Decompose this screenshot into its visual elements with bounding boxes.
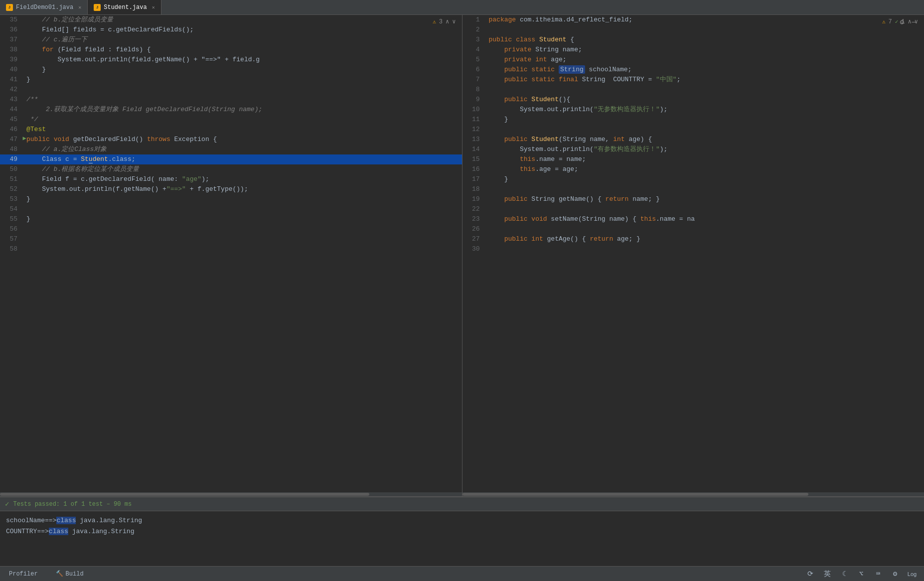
status-log-btn[interactable]: Log (905, 567, 919, 581)
table-row: 50 // b.根据名称定位某个成员变量 (0, 164, 462, 174)
line-content-51: Field f = c.getDeclaredField( name: "age… (26, 174, 462, 184)
line-num-57: 57 (0, 234, 22, 244)
status-refresh-btn[interactable]: ⟳ (803, 567, 817, 581)
bottom-toolbar: ✓ Tests passed: 1 of 1 test – 90 ms (0, 497, 924, 511)
test-result-label: Tests passed: 1 of 1 test – 90 ms (13, 501, 132, 508)
line-content-r11: } (489, 115, 924, 125)
line-content-49: Class c = Student.class; (26, 154, 462, 164)
table-row: 51 Field f = c.getDeclaredField( name: "… (0, 174, 462, 184)
left-code-panel: ⚠ 3 ∧ ∨ 35 // b.定位全部成员变量 36 Field[] fiel… (0, 15, 462, 496)
test-pass-icon: ✓ (5, 500, 9, 508)
line-content-r9: public Student(){ (489, 95, 924, 105)
line-num-36: 36 (0, 25, 22, 35)
status-tab-build[interactable]: 🔨 Build (52, 567, 88, 581)
line-num-r26: 26 (462, 224, 485, 234)
line-num-r14: 14 (462, 145, 485, 154)
table-row: 13 public Student(String name, int age) … (462, 135, 924, 145)
line-num-39: 39 (0, 55, 22, 65)
table-row: 19 public String getName() { return name… (462, 194, 924, 204)
tab-fielddemo-close[interactable]: ✕ (78, 4, 81, 10)
left-scroll-area[interactable]: 35 // b.定位全部成员变量 36 Field[] fields = c.g… (0, 15, 462, 254)
line-num-r27: 27 (462, 234, 485, 244)
table-row: 38 for (Field field : fields) { (0, 45, 462, 55)
line-num-41: 41 (0, 75, 22, 85)
line-num-35: 35 (0, 15, 22, 25)
line-content-r3: public class Student { (489, 35, 924, 45)
table-row: 47 ▶ public void getDeclaredField() thro… (0, 135, 462, 145)
line-num-r9: 9 (462, 95, 485, 105)
output-text-1: schoolName==> (6, 517, 56, 524)
line-content-44: 2.获取某个成员变量对象 Field getDeclaredField(Stri… (26, 105, 462, 115)
status-settings-btn[interactable]: ⚙ (888, 567, 902, 581)
line-content-r13: public Student(String name, int age) { (489, 135, 924, 145)
table-row: 57 (0, 234, 462, 244)
table-row: 17 } (462, 174, 924, 184)
line-num-r15: 15 (462, 154, 485, 164)
table-row: 45 */ (0, 115, 462, 125)
left-nav-up[interactable]: ∧ (446, 18, 449, 25)
output-type-2: java.lang.String (68, 528, 135, 535)
right-scroll-area[interactable]: 1 package com.itheima.d4_reflect_field; … (462, 15, 924, 254)
line-num-r2: 2 (462, 25, 485, 35)
status-moon-btn[interactable]: ☾ (837, 567, 851, 581)
table-row: 26 (462, 224, 924, 234)
line-content-46: @Test (26, 125, 462, 135)
java-file-icon-right: J (94, 4, 101, 11)
line-num-55: 55 (0, 214, 22, 224)
line-num-51: 51 (0, 174, 22, 184)
tab-student-close[interactable]: ✕ (152, 4, 155, 10)
line-content-r6: public static String schoolName; (489, 65, 924, 75)
status-lang-btn[interactable]: 英 (820, 567, 834, 581)
run-icon-47[interactable]: ▶ (22, 135, 26, 143)
table-row: 43 /** (0, 95, 462, 105)
line-num-r30: 30 (462, 244, 485, 254)
gutter-47[interactable]: ▶ (22, 135, 26, 143)
line-content-r19: public String getName() { return name; } (489, 194, 924, 204)
tab-student[interactable]: J Student.java ✕ (88, 0, 161, 14)
line-content-52: System.out.println(f.getName() +"==>" + … (26, 184, 462, 194)
table-row: 6 public static String schoolName; (462, 65, 924, 75)
tab-fielddemo[interactable]: J FieldDemo01.java ✕ (0, 0, 88, 14)
output-type-1: java.lang.String (76, 517, 142, 524)
line-num-56: 56 (0, 224, 22, 234)
status-tab-profiler[interactable]: Profiler (5, 567, 42, 581)
line-num-r12: 12 (462, 125, 485, 135)
right-check-count: 1 (901, 18, 905, 25)
line-content-53: } (26, 194, 462, 204)
line-content-47: public void getDeclaredField() throws Ex… (26, 135, 462, 145)
line-content-r17: } (489, 174, 924, 184)
line-num-42: 42 (0, 85, 22, 95)
line-num-r6: 6 (462, 65, 485, 75)
line-num-r18: 18 (462, 184, 485, 194)
right-nav-down[interactable]: ∨ (915, 18, 918, 25)
line-num-43: 43 (0, 95, 22, 105)
output-area: schoolName==>class java.lang.String COUN… (0, 511, 924, 541)
tab-fielddemo-label: FieldDemo01.java (16, 4, 73, 11)
table-row: 35 // b.定位全部成员变量 (0, 15, 462, 25)
table-row: 2 (462, 25, 924, 35)
output-class-highlight-1: class (56, 517, 76, 524)
status-keyboard-btn[interactable]: ⌨ (871, 567, 885, 581)
line-num-48: 48 (0, 145, 22, 154)
line-num-r16: 16 (462, 164, 485, 174)
build-label: Build (66, 571, 84, 578)
editor-container: ⚠ 3 ∧ ∨ 35 // b.定位全部成员变量 36 Field[] fiel… (0, 15, 924, 496)
line-num-50: 50 (0, 164, 22, 174)
build-icon: 🔨 (56, 570, 63, 578)
line-num-47: 47 (0, 135, 22, 145)
line-content-35: // b.定位全部成员变量 (26, 15, 462, 25)
table-row: 12 (462, 125, 924, 135)
tab-bar: J FieldDemo01.java ✕ J Student.java ✕ (0, 0, 924, 15)
left-warning-count: 3 (439, 18, 443, 25)
table-row: 49 Class c = Student.class; (0, 154, 462, 164)
tab-student-label: Student.java (104, 4, 147, 11)
line-content-55: } (26, 214, 462, 224)
line-content-r7: public static final String COUNTTRY = "中… (489, 75, 924, 85)
line-content-45: */ (26, 115, 462, 125)
status-option-btn[interactable]: ⌥ (854, 567, 868, 581)
left-nav-down[interactable]: ∨ (452, 18, 456, 25)
table-row: 36 Field[] fields = c.getDeclaredFields(… (0, 25, 462, 35)
table-row: 42 (0, 85, 462, 95)
right-nav-up[interactable]: ∧ (908, 18, 912, 25)
table-row: 7 public static final String COUNTTRY = … (462, 75, 924, 85)
